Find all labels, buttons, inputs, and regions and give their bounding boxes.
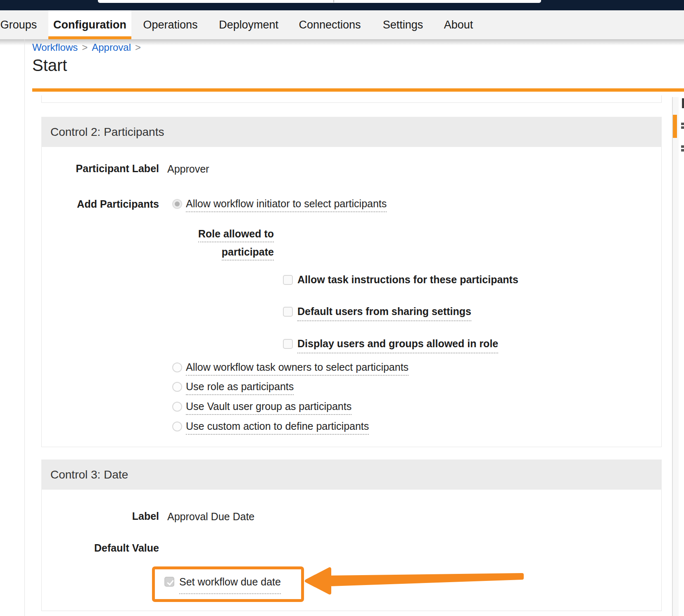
checkbox-task-instructions-label[interactable]: Allow task instructions for these partic…	[297, 274, 518, 286]
tab-settings[interactable]: Settings	[373, 10, 433, 39]
content-left-border	[24, 39, 25, 616]
participant-label-value: Approver	[167, 163, 209, 175]
tab-connections[interactable]: Connections	[292, 10, 368, 39]
radio-initiator-selected[interactable]	[172, 199, 182, 209]
cutoff-ui-fragment	[682, 98, 684, 108]
breadcrumb-link-workflows[interactable]: Workflows	[32, 42, 78, 53]
radio-task-owners[interactable]	[172, 362, 182, 372]
add-participants-field-label: Add Participants	[41, 198, 159, 210]
breadcrumb-separator: >	[131, 42, 145, 53]
radio-use-role-label[interactable]: Use role as participants	[186, 381, 294, 393]
radio-task-owners-label[interactable]: Allow workflow task owners to select par…	[186, 361, 408, 373]
search-input[interactable]	[98, 0, 541, 3]
right-panel-strip	[673, 97, 679, 616]
role-allowed-label-line1: Role allowed to	[173, 228, 274, 240]
breadcrumb-link-approval[interactable]: Approval	[92, 42, 131, 53]
date-label-field-label: Label	[41, 510, 159, 522]
tab-about[interactable]: About	[434, 10, 483, 39]
breadcrumb-separator: >	[78, 42, 92, 53]
checkbox-task-instructions[interactable]	[283, 275, 293, 285]
top-navy-bar	[0, 0, 684, 10]
radio-vault-user-group-label[interactable]: Use Vault user group as participants	[186, 400, 352, 412]
participant-label-field-label: Participant Label	[41, 163, 159, 175]
main-tab-bar: Groups Configuration Operations Deployme…	[0, 10, 684, 39]
checkbox-display-users-groups-label[interactable]: Display users and groups allowed in role	[297, 338, 498, 350]
radio-vault-user-group[interactable]	[172, 402, 182, 412]
tab-configuration-label: Configuration	[53, 19, 126, 31]
checkbox-default-users[interactable]	[283, 307, 293, 317]
cutoff-ui-fragment	[681, 149, 684, 152]
page-title: Start	[32, 56, 67, 75]
tab-groups[interactable]: Groups	[0, 10, 50, 39]
radio-custom-action[interactable]	[172, 422, 182, 431]
scroll-position-indicator[interactable]	[673, 115, 677, 138]
breadcrumb: Workflows>Approval>	[32, 42, 145, 53]
cutoff-ui-fragment	[681, 145, 684, 148]
vault-configuration-page: Groups Configuration Operations Deployme…	[0, 0, 684, 616]
cutoff-ui-fragment	[681, 126, 684, 129]
radio-custom-action-label[interactable]: Use custom action to define participants	[186, 420, 369, 432]
active-tab-underline	[48, 36, 131, 39]
role-allowed-label-line2: participate	[173, 246, 274, 258]
default-value-field-label: Default Value	[41, 542, 159, 554]
tab-configuration[interactable]: Configuration	[48, 10, 131, 39]
checkbox-default-users-label[interactable]: Default users from sharing settings	[297, 306, 471, 317]
highlight-arrow-icon	[304, 567, 529, 597]
control3-header: Control 3: Date	[41, 460, 662, 490]
radio-use-role[interactable]	[172, 382, 182, 392]
cutoff-ui-fragment	[681, 123, 684, 125]
checkbox-set-workflow-due-date-label[interactable]: Set workflow due date	[179, 576, 281, 594]
checkbox-set-workflow-due-date[interactable]	[164, 577, 174, 587]
radio-initiator-label[interactable]: Allow workflow initiator to select parti…	[186, 198, 387, 210]
title-orange-rule	[32, 88, 684, 92]
date-label-value: Approval Due Date	[167, 511, 254, 523]
previous-control-panel-cutoff	[41, 95, 662, 103]
control2-header: Control 2: Participants	[41, 117, 662, 147]
tab-operations[interactable]: Operations	[136, 10, 204, 39]
tab-deployment[interactable]: Deployment	[212, 10, 285, 39]
checkbox-display-users-groups[interactable]	[283, 339, 293, 349]
search-input-divider	[333, 0, 334, 2]
